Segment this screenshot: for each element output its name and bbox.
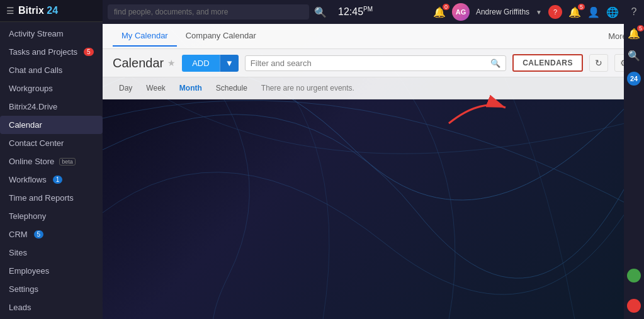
right-panel-search-icon[interactable]: 🔍 [628, 50, 640, 62]
clock: 12:45PM [338, 6, 373, 18]
topbar: 🔍 12:45PM 🔔 0 AG Andrew Griffiths ▼ ? 🔔 … [103, 0, 644, 24]
sidebar-badge-crm: 5 [34, 230, 44, 238]
sidebar-item-calendar[interactable]: Calendar [0, 116, 103, 134]
sidebar-item-bitrix24-drive[interactable]: Bitrix24.Drive [0, 98, 103, 116]
notif-badge: 0 [443, 4, 449, 10]
hamburger-icon[interactable]: ☰ [6, 6, 14, 16]
tab-company-calendar[interactable]: Company Calendar [177, 26, 265, 47]
sidebar-item-online-store[interactable]: Online Storebeta [0, 152, 103, 171]
calendar-toolbar: Calendar ★ ADD ▼ 🔍 CALENDARS ↻ ⚙ [103, 49, 644, 77]
username-label: Andrew Griffiths [476, 8, 529, 16]
view-tab-week[interactable]: Week [140, 81, 171, 95]
sidebar-item-time-reports[interactable]: Time and Reports [0, 189, 103, 207]
sidebar-badge-tasks-projects: 5 [84, 48, 94, 56]
right-panel-green-badge[interactable] [627, 269, 641, 283]
star-icon[interactable]: ★ [167, 58, 176, 68]
calendar-title: Calendar ★ [113, 56, 176, 70]
sidebar-item-tasks-projects[interactable]: Tasks and Projects5 [0, 43, 103, 61]
sidebar: ☰ Bitrix 24 Activity StreamTasks and Pro… [0, 0, 103, 319]
sidebar-badge-workflows: 1 [53, 176, 63, 184]
right-panel-count-badge[interactable]: 24 [627, 72, 641, 86]
tab-my-calendar[interactable]: My Calendar [113, 26, 177, 47]
search-input[interactable] [108, 4, 309, 20]
sidebar-item-contact-center[interactable]: Contact Center [0, 134, 103, 152]
sidebar-item-workflows[interactable]: Workflows1 [0, 171, 103, 189]
view-tabs: Day Week Month Schedule There are no urg… [103, 77, 644, 99]
notifications-icon[interactable]: 🔔 0 [433, 6, 446, 18]
help-icon[interactable]: ? [548, 5, 562, 19]
sidebar-item-crm[interactable]: CRM5 [0, 225, 103, 243]
calendars-button[interactable]: CALENDARS [512, 54, 583, 72]
search-icon[interactable]: 🔍 [314, 6, 327, 18]
add-button-group: ADD ▼ [182, 55, 239, 72]
add-dropdown-button[interactable]: ▼ [220, 55, 239, 72]
right-panel-help-icon[interactable]: ? [631, 6, 637, 18]
sidebar-item-settings[interactable]: Settings [0, 280, 103, 298]
sidebar-item-leads[interactable]: Leads [0, 298, 103, 316]
alert-count: 5 [578, 4, 585, 10]
view-tab-day[interactable]: Day [113, 81, 138, 95]
main-area: 🔍 12:45PM 🔔 0 AG Andrew Griffiths ▼ ? 🔔 … [103, 0, 644, 319]
add-button[interactable]: ADD [182, 55, 219, 72]
beta-tag-online-store: beta [59, 158, 76, 165]
dropdown-arrow-icon[interactable]: ▼ [536, 9, 542, 16]
avatar[interactable]: AG [452, 3, 470, 21]
sidebar-item-activity-stream[interactable]: Activity Stream [0, 25, 103, 43]
view-tab-schedule[interactable]: Schedule [210, 81, 254, 95]
calendar-content: My Calendar Company Calendar More + Cale… [103, 24, 644, 319]
alert-icon[interactable]: 🔔 5 [568, 6, 581, 18]
sidebar-item-employees[interactable]: Employees [0, 262, 103, 280]
sidebar-item-crm-analytics[interactable]: CRM Analyticsbeta [0, 316, 103, 319]
sidebar-item-sites[interactable]: Sites [0, 243, 103, 262]
user-icon[interactable]: 👤 [587, 6, 600, 18]
sidebar-header: ☰ Bitrix 24 [0, 0, 103, 22]
refresh-icon-button[interactable]: ↻ [589, 54, 608, 72]
filter-search-icon: 🔍 [490, 59, 500, 68]
right-panel-red-badge[interactable] [627, 299, 641, 313]
filter-input[interactable] [251, 59, 490, 68]
view-tab-month[interactable]: Month [173, 81, 208, 95]
sidebar-item-telephony[interactable]: Telephony [0, 207, 103, 225]
logo: Bitrix 24 [18, 5, 58, 16]
filter-bar: 🔍 [245, 55, 506, 71]
calendar-tabs: My Calendar Company Calendar More + [103, 24, 644, 49]
top-icons: 🔔 0 AG Andrew Griffiths ▼ ? 🔔 5 👤 🌐 12 [433, 3, 639, 21]
no-urgent-text: There are no urgent events. [261, 84, 354, 92]
right-panel: ? 🔔 5 🔍 24 [624, 0, 644, 319]
sidebar-nav: Activity StreamTasks and Projects5Chat a… [0, 22, 103, 319]
right-panel-bell-icon[interactable]: 🔔 5 [628, 28, 640, 40]
sidebar-item-chat-calls[interactable]: Chat and Calls [0, 61, 103, 79]
sidebar-item-workgroups[interactable]: Workgroups [0, 79, 103, 98]
globe-icon[interactable]: 🌐 [606, 6, 619, 18]
